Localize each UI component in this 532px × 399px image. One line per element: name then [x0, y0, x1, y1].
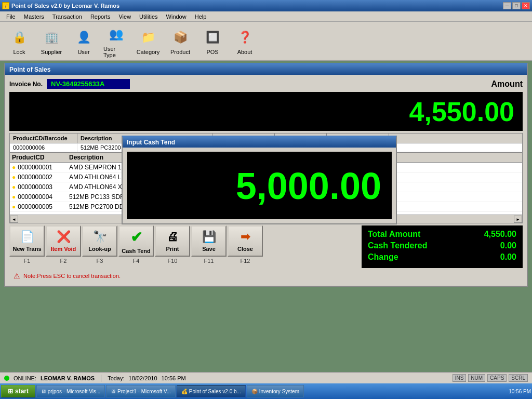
amount-display: 4,550.00: [9, 92, 523, 131]
cash-tendered-label: Cash Tendered: [368, 241, 427, 250]
item-void-label: Item Void: [51, 246, 76, 252]
lock-icon: 🔒: [9, 27, 30, 48]
note-text: Note:Press ESC to cancel transaction.: [23, 273, 121, 279]
prjpos-icon: 🖥: [41, 389, 46, 394]
save-fkey: F11: [204, 258, 214, 264]
warning-icon: ⚠: [14, 272, 20, 280]
scroll-right[interactable]: ►: [514, 216, 522, 223]
lookup-col-productcd: ProductCD: [10, 153, 67, 162]
cash-tendered-row: Cash Tendered 0.00: [368, 241, 516, 250]
window-title: Point of Sales: [5, 64, 527, 75]
pos-taskbar-icon: 💰: [181, 389, 188, 394]
cash-tendered-value: 0.00: [500, 241, 516, 250]
taskbar-item-inventory[interactable]: 📦 Inventory System: [247, 385, 304, 397]
scroll-left[interactable]: ◄: [10, 216, 18, 223]
note-bar: ⚠ Note:Press ESC to cancel transaction.: [9, 270, 523, 282]
today-label: Today:: [108, 375, 124, 381]
ins-indicator: INS: [453, 374, 467, 382]
menu-file[interactable]: File: [2, 12, 20, 21]
toolbar-product-label: Product: [170, 49, 190, 55]
toolbar-lock-label: Lock: [13, 49, 25, 55]
print-button[interactable]: 🖨 Print: [155, 225, 190, 257]
restore-button[interactable]: □: [512, 2, 521, 9]
about-icon: ❓: [234, 27, 255, 48]
inventory-icon: 📦: [251, 389, 258, 394]
taskbar: ⊞ start 🖥 prjpos - Microsoft Vis... 🖥 Pr…: [0, 383, 532, 399]
toolbar: 🔒 Lock 🏢 Supplier 👤 User 👥 User Type 📁 C…: [0, 22, 532, 61]
toolbar-supplier[interactable]: 🏢 Supplier: [36, 24, 66, 58]
toolbar-about-label: About: [237, 49, 252, 55]
toolbar-pos-label: POS: [206, 49, 218, 55]
total-amount-row: Total Amount 4,550.00: [368, 230, 516, 239]
close-app-button[interactable]: ✕: [522, 2, 530, 9]
change-row: Change 0.00: [368, 252, 516, 262]
minimize-button[interactable]: ─: [503, 2, 511, 9]
cash-tend-modal: Input Cash Tend 5,000.00: [122, 136, 397, 224]
windows-icon: ⊞: [8, 388, 13, 395]
toolbar-pos[interactable]: 🔲 POS: [197, 24, 228, 58]
menu-help[interactable]: Help: [191, 12, 211, 21]
toolbar-user-label: User: [77, 49, 89, 55]
look-up-fkey: F3: [97, 258, 103, 264]
menu-utilities[interactable]: Utilities: [135, 12, 162, 21]
look-up-button[interactable]: 🔭 Look-up: [82, 225, 117, 257]
menu-view[interactable]: View: [114, 12, 135, 21]
toolbar-usertype[interactable]: 👥 User Type: [101, 21, 131, 61]
cash-tend-button[interactable]: ✔ Cash Tend: [118, 225, 154, 257]
save-icon: 💾: [202, 230, 216, 244]
look-up-label: Look-up: [88, 246, 111, 252]
taskbar-item-prjpos[interactable]: 🖥 prjpos - Microsoft Vis...: [36, 385, 105, 397]
online-indicator: [4, 376, 9, 381]
menu-masters[interactable]: Masters: [20, 12, 48, 21]
invoice-value: NV-3649255633A: [47, 79, 130, 89]
change-label: Change: [368, 252, 398, 262]
change-value: 0.00: [500, 252, 516, 262]
save-button[interactable]: 💾 Save: [191, 225, 227, 257]
taskbar-item-project1[interactable]: 🖥 Project1 - Microsoft V...: [106, 385, 176, 397]
lookup-code: ● 0000000001: [10, 163, 67, 172]
menu-reports[interactable]: Reports: [86, 12, 115, 21]
lookup-code: ● 0000000002: [10, 172, 67, 182]
new-trans-button[interactable]: 📄 New Trans: [9, 225, 45, 257]
save-label: Save: [202, 246, 216, 252]
caps-indicator: CAPS: [487, 374, 507, 382]
start-label: start: [15, 388, 29, 395]
taskbar-time: 10:56 PM: [509, 389, 531, 394]
cash-tend-fkey: F4: [133, 258, 140, 264]
supplier-icon: 🏢: [41, 27, 62, 48]
menu-window[interactable]: Window: [162, 12, 191, 21]
taskbar-item-pos[interactable]: 💰 Point of Sales v2.0 b...: [177, 385, 246, 397]
app-title: Point of Sales v2.0 by Leomar V. Ramos: [11, 3, 119, 9]
close-button[interactable]: ➡ Close: [228, 225, 263, 257]
lookup-code: ● 0000000003: [10, 182, 67, 192]
cash-tend-label: Cash Tend: [122, 248, 150, 254]
toolbar-usertype-label: User Type: [103, 46, 128, 58]
print-fkey: F10: [168, 258, 178, 264]
toolbar-product[interactable]: 📦 Product: [165, 24, 195, 58]
new-trans-fkey: F1: [24, 258, 31, 264]
total-amount-label: Total Amount: [368, 230, 420, 239]
new-trans-label: New Trans: [12, 246, 41, 252]
start-button[interactable]: ⊞ start: [1, 385, 35, 397]
toolbar-category-label: Category: [137, 49, 160, 55]
toolbar-category[interactable]: 📁 Category: [133, 24, 163, 58]
app-icon: 💰: [2, 2, 9, 9]
action-buttons: 📄 New Trans F1 ❌ Item Void F2: [9, 225, 362, 264]
print-icon: 🖨: [167, 230, 178, 244]
menu-transaction[interactable]: Transaction: [48, 12, 86, 21]
amount-label: Amount: [491, 79, 523, 89]
menu-bar: File Masters Transaction Reports View Ut…: [0, 11, 532, 22]
item-void-button[interactable]: ❌ Item Void: [46, 225, 81, 257]
look-up-icon: 🔭: [93, 230, 107, 244]
toolbar-about[interactable]: ❓ About: [230, 24, 260, 58]
product-icon: 📦: [170, 27, 191, 48]
toolbar-lock[interactable]: 🔒 Lock: [4, 24, 34, 58]
close-fkey: F12: [241, 258, 250, 264]
toolbar-user[interactable]: 👤 User: [69, 24, 99, 58]
modal-title: Input Cash Tend: [123, 137, 396, 148]
totals-panel: Total Amount 4,550.00 Cash Tendered 0.00…: [362, 225, 523, 268]
online-label: ONLINE:: [14, 375, 36, 381]
lookup-code: ● 0000000005: [10, 202, 67, 211]
item-void-icon: ❌: [57, 230, 71, 244]
category-icon: 📁: [138, 27, 158, 48]
